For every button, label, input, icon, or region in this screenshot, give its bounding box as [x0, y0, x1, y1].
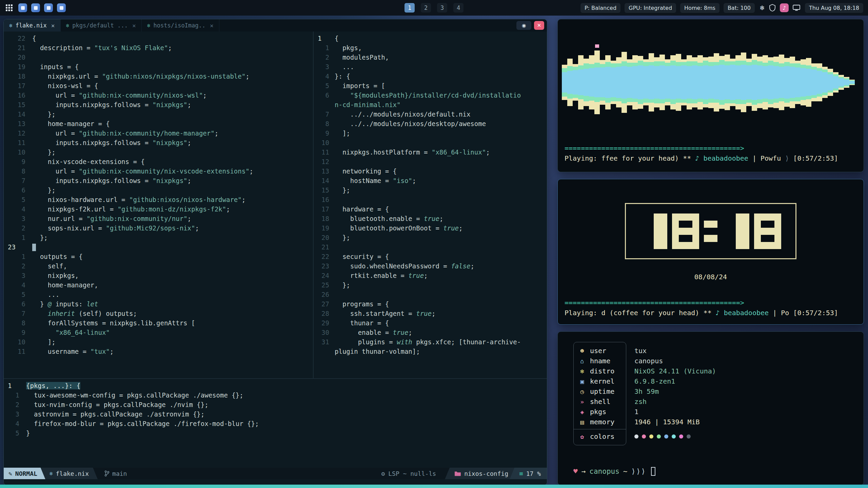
line-number: 16 [4, 90, 25, 100]
workspace-4[interactable]: 4 [453, 3, 463, 13]
workspace-1[interactable]: 1 [405, 3, 415, 13]
visualizer-column [600, 24, 605, 141]
code-line: 8 forAllSystems = nixpkgs.lib.genAttrs [ [4, 318, 313, 328]
code-text: } @ inputs: let [25, 299, 98, 309]
music-tray-icon[interactable]: ♪ [780, 3, 789, 12]
tab-close-icon[interactable]: × [210, 22, 214, 29]
toggle-button[interactable]: ◉ [516, 21, 531, 30]
line-number: 14 [4, 109, 25, 119]
fetch-value-user: tux [634, 346, 716, 356]
code-text: ]; [25, 337, 56, 347]
code-line: 1 pkgs, [314, 43, 547, 53]
line-number: 8 [4, 166, 25, 176]
shield-icon[interactable] [769, 4, 776, 12]
code-pane-pkgs[interactable]: 1{pkgs, ...}: {1 tux-awesome-wm-config =… [4, 379, 547, 468]
line-number: 23 [4, 242, 25, 252]
fetch-label-distro: distro [590, 367, 614, 375]
code-line: 12 [314, 157, 547, 166]
topbar-left [5, 3, 66, 12]
code-text: nixpkgs-f2k.url = "github:moni-dz/nixpkg… [25, 204, 230, 214]
line-number: 18 [4, 72, 25, 81]
uptime-icon: ◷ [578, 388, 586, 395]
launcher-icon[interactable] [5, 3, 14, 12]
visualizer-column [741, 24, 746, 141]
code-text: plugin thunar-volman]; [329, 347, 420, 356]
clock-digit [754, 214, 781, 249]
clock-date: 08/08/24 [558, 273, 864, 281]
code-text: networking = { [329, 166, 397, 176]
code-text [25, 53, 32, 62]
code-line: 14 hostName = "iso"; [314, 176, 547, 185]
line-number: 4 [314, 72, 329, 81]
fetch-value-memory: 1946 | 15394 MiB [634, 417, 716, 427]
tabline: ❄flake.nix×❄pkgs/default ...×❄hosts/isoI… [4, 19, 547, 32]
fetch-row-memory: ▤memory [574, 417, 626, 427]
fetch-row-pkgs: ◈pkgs [574, 407, 626, 417]
display-icon[interactable] [793, 5, 800, 11]
code-line: 9 ]; [314, 128, 547, 138]
visualizer-column [670, 24, 676, 141]
code-pane-iso[interactable]: 1{1 pkgs,2 modulesPath,3 ...4}: {5 impor… [314, 32, 547, 378]
visualizer-column [697, 24, 703, 141]
code-text [329, 157, 335, 166]
visualizer-column [784, 24, 790, 141]
taglist-app-icons [18, 3, 66, 12]
visualizer-column [594, 24, 600, 141]
code-text: nixpkgs.hostPlatform = "x86_64-linux"; [329, 147, 490, 157]
visualizer-column [611, 24, 616, 141]
code-text: astronvim = pkgs.callPackage ./astronvim… [19, 409, 204, 419]
app-2-icon[interactable] [31, 3, 40, 12]
fetch-label-pkgs: pkgs [590, 408, 606, 416]
command-line[interactable] [4, 479, 547, 485]
line-number: 5 [4, 290, 25, 299]
code-line: 4}: { [314, 72, 547, 81]
code-text: firefox-mod-blur = pkgs.callPackage ./fi… [19, 419, 259, 428]
line-number: 6 [4, 185, 25, 195]
app-4-icon[interactable] [57, 3, 66, 12]
code-line: 6 "${modulesPath}/installer/cd-dvd/insta… [314, 90, 547, 100]
tab-close-icon[interactable]: × [132, 22, 136, 29]
fetch-window[interactable]: ☻user⌂hname❄distro▣kernel◷uptime»shell◈p… [557, 331, 864, 485]
code-line: 20 }; [314, 233, 547, 242]
line-number: 3 [4, 271, 25, 280]
app-1-icon[interactable] [18, 3, 27, 12]
line-number: 6 [4, 299, 25, 309]
code-line: 6 }; [4, 185, 313, 195]
code-line: 20 [4, 53, 313, 62]
visualizer-window[interactable]: ========================================… [557, 19, 864, 172]
workspace-3[interactable]: 3 [437, 3, 447, 13]
palette-icon: ✿ [578, 433, 586, 440]
line-number: 1 [4, 233, 25, 242]
tab-label: hosts/isoImag.. [154, 22, 206, 29]
editor-tab-pkgs-default-[interactable]: ❄pkgs/default ...× [61, 19, 142, 32]
visualizer-column [735, 24, 741, 141]
tab-close-icon[interactable]: × [51, 22, 55, 29]
code-pane-flake[interactable]: 22{21 description = "tux's NixOS Flake";… [4, 32, 313, 378]
editor-tab-flake-nix[interactable]: ❄flake.nix× [4, 19, 61, 32]
code-text: inputs.nixpkgs.follows = "nixpkgs"; [25, 100, 191, 109]
line-number: 14 [314, 176, 329, 185]
workspace-2[interactable]: 2 [421, 3, 431, 13]
code-text: programs = { [329, 299, 389, 309]
clock-window[interactable]: 08/08/24 ===============================… [557, 179, 864, 325]
nixos-logo-icon[interactable]: ❄ [760, 4, 765, 12]
crab-icon: ♥ [573, 467, 578, 475]
code-line: 13 home-manager = { [4, 119, 313, 128]
pink-pixel [595, 44, 599, 48]
fetch-row-uptime: ◷uptime [574, 386, 626, 396]
line-number: 2 [314, 53, 329, 62]
editor-tab-hosts-isoimag-[interactable]: ❄hosts/isoImag..× [142, 19, 219, 32]
code-text: tux-nvim-config = pkgs.callPackage ./nvi… [19, 400, 209, 409]
window-close-button[interactable]: ✕ [534, 21, 544, 30]
terminal-prompt[interactable]: ♥ → canopus ~ ⟩⟩⟩ [573, 467, 864, 476]
app-3-icon[interactable] [44, 3, 53, 12]
code-text: { [329, 34, 338, 43]
color-dot [664, 434, 668, 439]
nix-snowflake-icon: ❄ [147, 22, 151, 29]
prompt-host: canopus [589, 467, 619, 475]
line-number: 17 [314, 204, 329, 214]
fetch-label-shell: shell [590, 398, 610, 406]
code-text: ... [329, 62, 354, 72]
line-number: 20 [4, 53, 25, 62]
code-line: 24 rtkit.enable = true; [314, 271, 547, 280]
